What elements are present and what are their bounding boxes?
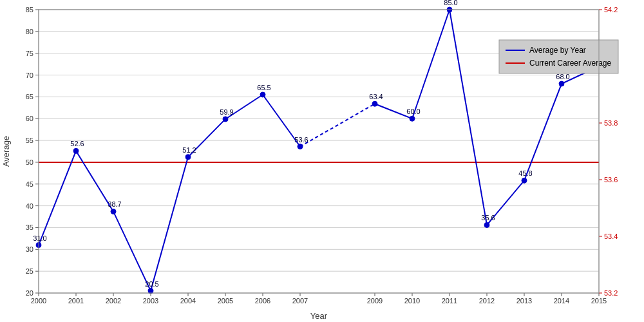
chart-container: 31.052.638.720.551.259.965.553.663.460.0… (0, 0, 644, 322)
svg-text:80: 80 (26, 28, 33, 35)
svg-text:65: 65 (26, 93, 33, 100)
svg-text:60.0: 60.0 (406, 108, 420, 115)
svg-text:35.6: 35.6 (481, 214, 495, 222)
svg-text:53.2: 53.2 (604, 289, 618, 297)
svg-point-25 (185, 155, 191, 160)
svg-text:30: 30 (26, 245, 33, 253)
svg-text:45: 45 (26, 180, 33, 188)
svg-text:Average: Average (1, 136, 11, 167)
svg-text:53.8: 53.8 (604, 119, 618, 127)
svg-text:65.5: 65.5 (257, 84, 270, 91)
svg-point-39 (484, 222, 489, 227)
svg-text:Average by Year: Average by Year (529, 46, 586, 55)
svg-text:2000: 2000 (31, 297, 46, 305)
svg-text:38.7: 38.7 (108, 200, 121, 208)
svg-text:85: 85 (26, 6, 33, 14)
svg-text:2012: 2012 (479, 297, 495, 305)
svg-text:20.5: 20.5 (145, 280, 158, 288)
chart-svg: 31.052.638.720.551.259.965.553.663.460.0… (0, 0, 644, 322)
svg-point-19 (73, 148, 79, 153)
svg-text:25: 25 (26, 267, 33, 275)
svg-point-27 (223, 117, 228, 122)
svg-text:35: 35 (26, 223, 33, 231)
svg-point-33 (372, 101, 377, 106)
svg-text:60: 60 (26, 115, 33, 122)
svg-text:2003: 2003 (143, 297, 158, 305)
svg-text:70: 70 (26, 71, 33, 79)
svg-text:31.0: 31.0 (33, 234, 46, 242)
svg-point-43 (559, 81, 564, 86)
svg-text:Year: Year (310, 311, 328, 321)
svg-text:68.0: 68.0 (556, 73, 569, 80)
svg-text:51.2: 51.2 (182, 146, 196, 154)
svg-text:2006: 2006 (255, 297, 270, 305)
svg-text:2015: 2015 (591, 297, 607, 305)
svg-point-23 (148, 289, 153, 294)
svg-text:75: 75 (26, 50, 33, 57)
svg-point-35 (410, 116, 415, 121)
svg-text:59.9: 59.9 (220, 108, 233, 116)
svg-text:52.6: 52.6 (70, 140, 84, 147)
svg-rect-118 (499, 40, 618, 73)
svg-text:2009: 2009 (367, 297, 383, 305)
svg-text:54.2: 54.2 (604, 6, 618, 14)
svg-text:2004: 2004 (180, 297, 196, 305)
svg-text:2007: 2007 (292, 297, 308, 305)
svg-point-31 (298, 144, 303, 149)
svg-point-41 (522, 178, 527, 183)
svg-text:50: 50 (26, 158, 33, 166)
svg-text:2005: 2005 (218, 297, 233, 305)
svg-text:2001: 2001 (68, 297, 84, 305)
svg-point-29 (260, 92, 265, 97)
svg-point-21 (111, 209, 116, 214)
svg-text:2002: 2002 (106, 297, 121, 305)
svg-text:55: 55 (26, 137, 33, 144)
svg-text:53.6: 53.6 (294, 136, 308, 144)
svg-text:20: 20 (26, 289, 33, 297)
svg-text:40: 40 (26, 202, 33, 210)
svg-text:2010: 2010 (404, 297, 420, 305)
svg-text:63.4: 63.4 (369, 93, 383, 100)
svg-text:2013: 2013 (516, 297, 532, 305)
svg-text:2011: 2011 (442, 297, 457, 305)
svg-text:45.8: 45.8 (518, 169, 532, 177)
svg-text:85.0: 85.0 (444, 0, 457, 6)
svg-text:53.4: 53.4 (604, 232, 618, 240)
svg-text:2014: 2014 (554, 297, 569, 305)
svg-text:53.6: 53.6 (604, 176, 618, 184)
